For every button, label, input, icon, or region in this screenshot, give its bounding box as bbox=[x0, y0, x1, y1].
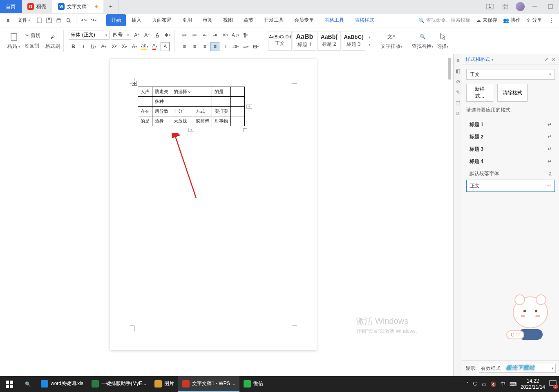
menu-insert[interactable]: 插入 bbox=[127, 14, 146, 26]
reading-mode-icon[interactable]: 1 bbox=[485, 1, 495, 12]
new-icon[interactable] bbox=[35, 16, 43, 24]
align-right-icon[interactable]: ≡ bbox=[200, 42, 209, 51]
menu-devtools[interactable]: 开发工具 bbox=[259, 14, 288, 26]
print-preview-icon[interactable] bbox=[65, 16, 73, 24]
change-case-icon[interactable]: A̲ bbox=[153, 31, 162, 40]
style-list-item[interactable]: 标题 2↵ bbox=[466, 131, 555, 143]
save-icon[interactable] bbox=[45, 16, 53, 24]
side-tool-icon[interactable]: ⬚ bbox=[456, 100, 460, 106]
menu-section[interactable]: 章节 bbox=[239, 14, 258, 26]
new-tab-button[interactable]: + bbox=[104, 0, 119, 13]
strikethrough-button[interactable]: A▾ bbox=[99, 42, 108, 51]
align-left-icon[interactable]: ≡ bbox=[180, 42, 189, 51]
table-move-handle[interactable]: ✥ bbox=[132, 81, 137, 86]
style-list-item[interactable]: 标题 4↵ bbox=[466, 155, 555, 167]
new-style-button[interactable]: 新样式... bbox=[466, 84, 493, 102]
gallery-down-icon[interactable]: ▾ bbox=[369, 42, 371, 47]
taskbar-search-icon[interactable]: 🔍 bbox=[19, 376, 37, 392]
indent-icon[interactable]: ⇥ bbox=[210, 31, 219, 40]
table-cell[interactable]: 多种 bbox=[152, 97, 171, 107]
document-table[interactable]: 人声防走失的选择 v的是多种在在所导致十分方式实打实的是热身大放送疯师傅对事物 bbox=[138, 87, 245, 126]
notification-icon[interactable]: 2 bbox=[549, 380, 557, 388]
font-size-select[interactable]: 四号▾ bbox=[111, 31, 131, 40]
style-list-item-selected[interactable]: 正文↵ bbox=[466, 180, 555, 192]
hamburger-icon[interactable]: ≡ bbox=[3, 16, 13, 25]
gallery-up-icon[interactable]: ▴ bbox=[369, 35, 371, 39]
table-cell[interactable]: 十分 bbox=[171, 107, 193, 116]
clear-format-icon[interactable]: ❖▾ bbox=[163, 31, 172, 40]
style-body[interactable]: AaBbCcDd正文 bbox=[268, 31, 292, 51]
char-border-icon[interactable]: A bbox=[161, 42, 170, 51]
tab-home[interactable]: 首页 bbox=[0, 0, 22, 13]
start-button[interactable] bbox=[0, 376, 19, 392]
menu-review[interactable]: 审阅 bbox=[198, 14, 217, 26]
table-cell[interactable] bbox=[231, 116, 245, 126]
style-list-item[interactable]: 标题 1↵ bbox=[466, 118, 555, 131]
style-list-item[interactable]: 标题 3↵ bbox=[466, 143, 555, 155]
taskbar-item[interactable]: 文字文稿1 - WPS ... bbox=[178, 376, 239, 392]
table-cell[interactable] bbox=[231, 97, 245, 107]
table-cell[interactable] bbox=[171, 97, 193, 107]
user-avatar[interactable] bbox=[516, 2, 525, 11]
find-replace-button[interactable]: 🔍 查找替换▾ bbox=[411, 31, 434, 51]
copy-button[interactable]: ⎘复制 bbox=[25, 42, 41, 50]
table-cell[interactable]: 的选择 v bbox=[171, 87, 193, 97]
table-cell[interactable]: 方式 bbox=[193, 107, 212, 116]
file-menu[interactable]: 文件 ▾ bbox=[14, 15, 34, 25]
underline-button[interactable]: U▾ bbox=[89, 42, 98, 51]
document-area[interactable]: ✥ 人声防走失的选择 v的是多种在在所导致十分方式实打实的是热身大放送疯师傅对事… bbox=[0, 54, 454, 376]
style-h2[interactable]: AaBb(标题 2 bbox=[317, 31, 341, 51]
redo-icon[interactable]: ↷ ▾ bbox=[89, 16, 98, 24]
table-cell[interactable]: 疯师傅 bbox=[193, 116, 212, 126]
show-filter-select[interactable]: 有效样式▾ bbox=[479, 364, 556, 373]
table-cell[interactable] bbox=[193, 87, 212, 97]
tray-up-icon[interactable]: ˄ bbox=[466, 381, 469, 387]
borders-icon[interactable]: ⊞▾ bbox=[251, 42, 260, 51]
table-cell[interactable]: 的是 bbox=[138, 116, 152, 126]
tab-document[interactable]: W 文字文稿1 bbox=[52, 0, 104, 13]
menu-view[interactable]: 视图 bbox=[218, 14, 238, 26]
clock[interactable]: 14:222022/11/14 bbox=[521, 378, 545, 390]
increase-font-icon[interactable]: A⁺ bbox=[132, 31, 141, 40]
table-cell[interactable]: 人声 bbox=[138, 87, 152, 97]
table-cell[interactable] bbox=[231, 107, 245, 116]
align-center-icon[interactable]: ≡ bbox=[190, 42, 199, 51]
table-cell[interactable] bbox=[138, 97, 152, 107]
style-list-item[interactable]: 默认段落字体a bbox=[466, 167, 555, 180]
side-tool-icon[interactable]: ⊘ bbox=[456, 79, 460, 85]
more-menu-icon[interactable]: ⋮ bbox=[548, 18, 556, 23]
tray-shield-icon[interactable]: 🛡 bbox=[473, 381, 478, 387]
paragraph-mark-icon[interactable]: ¶▾ bbox=[241, 31, 250, 40]
table-cell[interactable]: 热身 bbox=[152, 116, 171, 126]
table-cell[interactable]: 对事物 bbox=[212, 116, 231, 126]
undo-icon[interactable]: ↶ ▾ bbox=[80, 16, 88, 24]
paste-button[interactable]: 粘贴 ▾ bbox=[7, 31, 21, 51]
menu-member[interactable]: 会员专享 bbox=[289, 14, 319, 26]
close-panel-icon[interactable]: ✕ bbox=[552, 57, 556, 62]
add-row-button[interactable]: + bbox=[188, 128, 194, 132]
select-button[interactable]: 选择▾ bbox=[436, 31, 449, 51]
subscript-button[interactable]: X₂ bbox=[120, 42, 129, 51]
table-cell[interactable]: 实打实 bbox=[212, 107, 231, 116]
clear-format-button[interactable]: 清除格式 bbox=[497, 84, 528, 102]
print-icon[interactable] bbox=[55, 16, 63, 24]
menu-page-layout[interactable]: 页面布局 bbox=[147, 14, 177, 26]
style-h1[interactable]: AaBb标题 1 bbox=[293, 31, 316, 51]
numbering-icon[interactable]: ≡▾ bbox=[190, 31, 199, 40]
align-justify-icon[interactable]: ≡ bbox=[210, 42, 219, 51]
apps-grid-icon[interactable] bbox=[500, 1, 511, 12]
cut-button[interactable]: ✂剪切 bbox=[25, 31, 41, 40]
italic-button[interactable]: I bbox=[79, 42, 88, 51]
table-cell[interactable]: 的是 bbox=[212, 87, 231, 97]
add-column-button[interactable]: + bbox=[246, 105, 252, 109]
search-commands[interactable]: 🔍查找命令、搜索模板 bbox=[418, 17, 470, 24]
table-cell[interactable]: 在在 bbox=[138, 107, 152, 116]
minimize-window-button[interactable]: — bbox=[530, 1, 540, 12]
taskbar-item[interactable]: 一键排版助手(MyE... bbox=[87, 376, 150, 392]
menu-start[interactable]: 开始 bbox=[106, 14, 126, 26]
taskbar-item[interactable]: word关键词.xls bbox=[37, 376, 87, 392]
decrease-font-icon[interactable]: A⁻ bbox=[143, 31, 152, 40]
text-typeset-button[interactable]: 文A 文字排版▾ bbox=[380, 31, 403, 51]
table-cell[interactable] bbox=[212, 97, 231, 107]
font-name-select[interactable]: 宋体 (正文)▾ bbox=[69, 31, 110, 40]
